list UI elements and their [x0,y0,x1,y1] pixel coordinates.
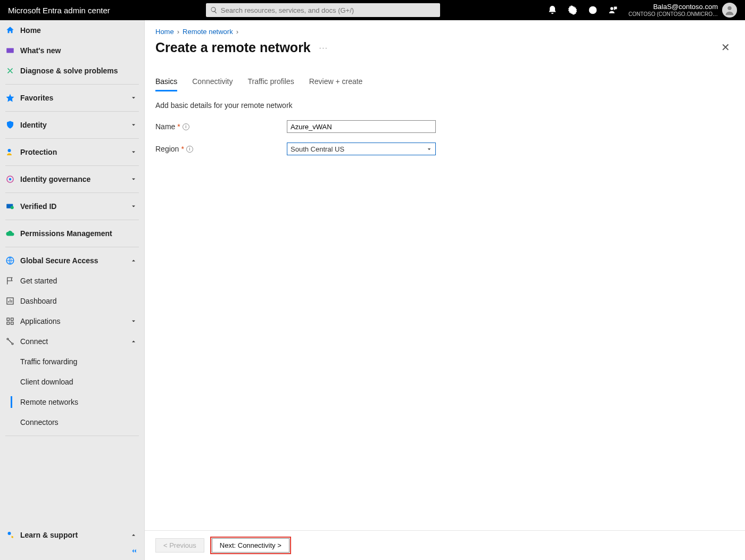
sidebar-item-verified-id[interactable]: Verified ID [0,196,144,216]
svg-point-18 [12,343,13,345]
user-tenant: CONTOSO (CONTOSO.ONMICRO… [628,11,718,17]
sidebar-item-home[interactable]: Home [0,20,144,40]
sidebar-item-learn-support[interactable]: Learn & support [0,525,144,545]
svg-rect-5 [6,48,14,53]
user-email: BalaS@contoso.com [628,3,718,11]
header-right: BalaS@contoso.com CONTOSO (CONTOSO.ONMIC… [542,0,737,20]
feedback-button[interactable] [603,0,623,20]
close-button[interactable]: ✕ [717,39,734,56]
sidebar-item-whats-new[interactable]: What's new [0,40,144,61]
chevron-up-icon [130,338,137,345]
breadcrumb-remote-network[interactable]: Remote network [183,28,233,36]
avatar-icon [724,4,735,16]
svg-rect-13 [7,318,10,321]
support-icon [5,530,15,540]
sidebar-collapse-button[interactable] [0,545,144,557]
chevron-down-icon [426,146,432,152]
settings-button[interactable] [562,0,583,20]
diagnose-icon [5,66,15,76]
chevron-up-icon [130,257,137,264]
chevron-down-icon [130,318,137,324]
name-input[interactable] [287,120,436,133]
svg-point-6 [8,149,11,152]
flag-icon [5,276,15,286]
collapse-icon [129,547,139,555]
tab-connectivity[interactable]: Connectivity [192,77,233,91]
sidebar-item-get-started[interactable]: Get started [0,271,144,291]
protection-icon [5,147,15,157]
global-search-wrap [206,3,440,17]
svg-point-8 [9,178,12,181]
label-region: Region * i [155,145,287,153]
tabs: Basics Connectivity Traffic profiles Rev… [145,61,745,91]
sidebar-item-applications[interactable]: Applications [0,311,144,331]
breadcrumb-home[interactable]: Home [155,28,174,36]
chevron-down-icon [130,176,137,182]
help-icon [588,5,598,15]
sidebar-item-governance[interactable]: Identity governance [0,169,144,189]
previous-button: < Previous [155,538,204,553]
bell-icon [548,5,557,15]
breadcrumb: Home › Remote network › [145,20,745,39]
page-title: Create a remote network [155,40,311,55]
help-button[interactable] [583,0,603,20]
chevron-down-icon [130,122,137,128]
wizard-footer: < Previous Next: Connectivity > [145,530,745,560]
sidebar-item-identity[interactable]: Identity [0,115,144,135]
user-avatar[interactable] [722,3,737,18]
chevron-down-icon [130,149,137,155]
region-select[interactable]: South Central US [287,143,436,155]
notifications-button[interactable] [542,0,562,20]
global-search-input[interactable] [221,6,436,14]
home-icon [5,26,15,35]
svg-rect-16 [11,322,14,325]
top-header: Microsoft Entra admin center BalaS@conto… [0,0,745,20]
info-icon[interactable]: i [186,146,193,153]
star-icon [5,93,15,103]
apps-icon [5,316,15,326]
row-name: Name * i [155,120,734,133]
tab-basics[interactable]: Basics [155,77,177,91]
region-value: South Central US [291,145,344,153]
next-button[interactable]: Next: Connectivity > [212,538,289,553]
sidebar-sub-client-download[interactable]: Client download [0,372,144,392]
sidebar-sub-remote-networks[interactable]: Remote networks [0,392,144,412]
svg-rect-14 [11,318,14,321]
svg-point-2 [592,12,593,12]
label-name: Name * i [155,122,287,131]
brand-title: Microsoft Entra admin center [8,6,110,15]
breadcrumb-sep: › [177,28,179,36]
form-description: Add basic details for your remote networ… [155,101,734,110]
sidebar-sub-connectors[interactable]: Connectors [0,412,144,432]
permissions-icon [5,229,15,238]
tab-traffic-profiles[interactable]: Traffic profiles [248,77,294,91]
sidebar-item-favorites[interactable]: Favorites [0,88,144,108]
whats-new-icon [5,46,15,55]
person-feedback-icon [608,5,618,15]
svg-point-4 [727,6,731,10]
tab-review-create[interactable]: Review + create [309,77,363,91]
sidebar-item-diagnose[interactable]: Diagnose & solve problems [0,61,144,81]
required-indicator: * [177,122,180,131]
sidebar-item-permissions[interactable]: Permissions Management [0,223,144,244]
breadcrumb-sep: › [236,28,238,36]
svg-point-10 [11,206,14,209]
search-icon [210,6,218,14]
svg-point-3 [611,7,614,10]
svg-rect-15 [7,322,10,325]
sidebar-sub-traffic-forwarding[interactable]: Traffic forwarding [0,352,144,372]
global-search[interactable] [206,3,440,17]
globe-icon [5,256,15,265]
sidebar-item-connect[interactable]: Connect [0,331,144,352]
more-actions-button[interactable]: ··· [319,44,328,52]
user-block[interactable]: BalaS@contoso.com CONTOSO (CONTOSO.ONMIC… [628,3,722,16]
sidebar-item-protection[interactable]: Protection [0,142,144,162]
sidebar: Home What's new Diagnose & solve problem… [0,20,145,560]
info-icon[interactable]: i [183,123,189,130]
svg-point-19 [8,532,11,535]
connect-icon [5,337,15,346]
identity-icon [5,120,15,130]
sidebar-item-dashboard[interactable]: Dashboard [0,291,144,311]
chevron-up-icon [130,532,137,538]
sidebar-item-gsa[interactable]: Global Secure Access [0,250,144,271]
